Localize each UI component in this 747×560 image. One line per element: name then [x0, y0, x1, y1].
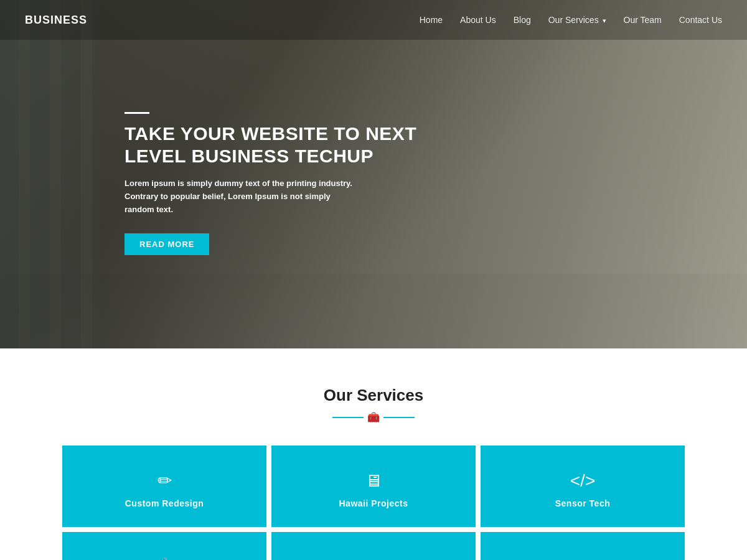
davis-project-icon: ☰: [366, 557, 382, 560]
custom-redesign-label: Custom Redesign: [125, 498, 204, 508]
dropdown-arrow-icon: ▾: [603, 17, 606, 24]
nav-link-blog[interactable]: Blog: [514, 15, 531, 25]
services-grid: ✏Custom Redesign🖥Hawaii Projects</>Senso…: [62, 446, 685, 560]
hero-section: TAKE YOUR WEBSITE TO NEXT LEVEL BUSINESS…: [0, 0, 747, 348]
custom-redesign-icon: ✏: [157, 470, 172, 491]
nav-item-services[interactable]: Our Services ▾: [548, 14, 606, 26]
divider-line-right: [383, 417, 415, 418]
read-more-button[interactable]: READ MORE: [125, 233, 209, 255]
divider-line-left: [332, 417, 364, 418]
service-card-graphics-design[interactable]: ⚓Graphics Design: [62, 532, 266, 560]
nav-menu: Home About Us Blog Our Services ▾ Our Te…: [420, 14, 722, 26]
nav-link-about[interactable]: About Us: [460, 15, 496, 25]
navbar: BUSINESS Home About Us Blog Our Services…: [0, 0, 747, 40]
services-divider: 🧰: [25, 411, 722, 423]
nav-item-blog[interactable]: Blog: [514, 14, 531, 26]
graphics-design-icon: ⚓: [154, 557, 176, 560]
service-card-hawaii-projects[interactable]: 🖥Hawaii Projects: [271, 446, 476, 527]
nav-link-home[interactable]: Home: [420, 15, 443, 25]
services-section: Our Services 🧰 ✏Custom Redesign🖥Hawaii P…: [0, 348, 747, 560]
hawaii-projects-label: Hawaii Projects: [339, 498, 408, 508]
hero-title: TAKE YOUR WEBSITE TO NEXT LEVEL BUSINESS…: [125, 123, 423, 167]
service-card-custom-redesign[interactable]: ✏Custom Redesign: [62, 446, 266, 527]
hero-content: TAKE YOUR WEBSITE TO NEXT LEVEL BUSINESS…: [125, 112, 423, 255]
nav-link-services[interactable]: Our Services ▾: [548, 15, 606, 25]
nav-item-about[interactable]: About Us: [460, 14, 496, 26]
sensor-tech-icon: </>: [570, 471, 595, 491]
nav-item-home[interactable]: Home: [420, 14, 443, 26]
service-card-commercial-exterior[interactable]: ✉Commercial Exterior: [481, 532, 685, 560]
nav-item-contact[interactable]: Contact Us: [679, 14, 722, 26]
services-title: Our Services: [25, 386, 722, 405]
nav-item-team[interactable]: Our Team: [624, 14, 662, 26]
service-card-sensor-tech[interactable]: </>Sensor Tech: [481, 446, 685, 527]
nav-link-contact[interactable]: Contact Us: [679, 15, 722, 25]
services-header: Our Services 🧰: [25, 386, 722, 423]
hero-decoration-line: [125, 112, 149, 114]
brand-logo[interactable]: BUSINESS: [25, 14, 87, 27]
commercial-exterior-icon: ✉: [576, 557, 590, 560]
hawaii-projects-icon: 🖥: [365, 470, 382, 491]
service-card-davis-project[interactable]: ☰Davis Project: [271, 532, 476, 560]
nav-link-team[interactable]: Our Team: [624, 15, 662, 25]
briefcase-icon: 🧰: [367, 411, 380, 423]
hero-subtitle: Lorem ipsum is simply dummy text of the …: [125, 177, 361, 216]
sensor-tech-label: Sensor Tech: [555, 498, 611, 508]
